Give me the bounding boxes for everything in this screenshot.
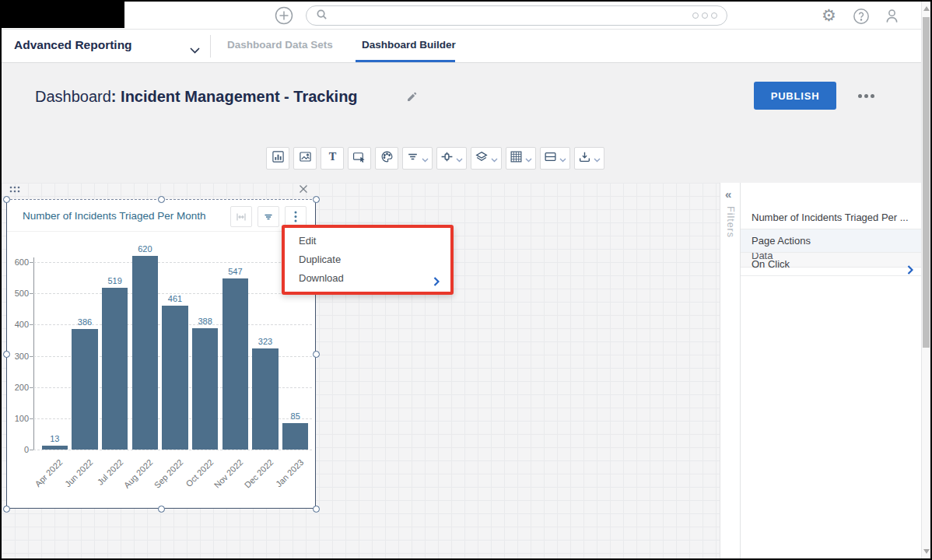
toolbar-chart-button[interactable] xyxy=(266,147,289,170)
chart-bar[interactable] xyxy=(222,278,249,450)
app-title[interactable]: Advanced Reporting xyxy=(14,38,132,52)
tab-dashboard-builder[interactable]: Dashboard Builder xyxy=(362,39,456,51)
y-tick-label: 400 xyxy=(9,320,29,329)
active-tab-underline xyxy=(356,60,455,62)
menu-item-edit[interactable]: Edit xyxy=(285,232,450,250)
chart-widget[interactable]: Number of Incidents Triaged Per Month 01… xyxy=(6,199,316,509)
search-icon xyxy=(316,9,328,23)
bar-value-label: 323 xyxy=(250,337,281,346)
widget-close-icon[interactable] xyxy=(299,183,310,194)
text-icon: T xyxy=(326,150,339,166)
layout-icon xyxy=(544,150,557,166)
widget-filter-button[interactable] xyxy=(258,206,279,227)
chart-bar[interactable] xyxy=(252,348,279,450)
toolbar-text-button[interactable]: T xyxy=(321,147,344,170)
y-tick-label: 200 xyxy=(9,383,29,392)
filters-vertical-tab[interactable]: Filters xyxy=(725,206,736,238)
chevron-down-icon xyxy=(594,152,601,166)
y-tick-label: 300 xyxy=(9,352,29,361)
bar-value-label: 620 xyxy=(129,244,160,254)
menu-item-download[interactable]: Download xyxy=(285,269,450,288)
resize-handle-bottom-left[interactable] xyxy=(3,506,10,513)
bar-value-label: 547 xyxy=(219,267,251,276)
toolbar-shape-button[interactable] xyxy=(348,147,371,170)
y-tick xyxy=(30,418,33,419)
gridline xyxy=(33,262,312,263)
header-more-ellipsis-icon[interactable] xyxy=(858,94,874,98)
logo-placeholder xyxy=(2,2,124,28)
filters-strip: « Filters xyxy=(720,183,740,558)
app-title-chevron-down-icon[interactable] xyxy=(190,43,200,57)
chart-icon xyxy=(272,150,285,166)
panel-row-page-actions[interactable]: Page Actions xyxy=(741,229,923,253)
toolbar-grid-button[interactable] xyxy=(506,147,536,170)
widget-fit-width-button[interactable] xyxy=(230,206,252,227)
y-tick xyxy=(30,356,33,357)
y-tick xyxy=(30,293,33,294)
search-input[interactable] xyxy=(334,10,692,22)
resize-handle-top-left[interactable] xyxy=(3,196,10,203)
chevron-down-icon xyxy=(456,152,463,166)
scrollbar-thumb[interactable] xyxy=(923,17,930,348)
chart-widget-title: Number of Incidents Triaged Per Month xyxy=(23,210,206,222)
resize-handle-top-mid[interactable] xyxy=(158,196,165,203)
filter-icon xyxy=(406,150,419,166)
export-icon xyxy=(578,150,591,166)
svg-text:T: T xyxy=(328,150,336,163)
grid-icon xyxy=(510,150,523,166)
data-panel: Data»Number of Incidents Triaged Per ...… xyxy=(740,183,923,558)
chart-bar[interactable] xyxy=(162,306,188,450)
bar-chart: 010020030040050060013Apr 2022386Jun 2022… xyxy=(33,250,312,450)
settings-gear-icon[interactable]: ⚙ xyxy=(822,6,836,25)
row-chevron-right-icon xyxy=(907,260,913,276)
add-icon[interactable] xyxy=(275,6,293,25)
toolbar-palette-button[interactable] xyxy=(375,147,398,170)
page-title: Dashboard: Incident Management - Trackin… xyxy=(35,88,358,106)
edit-title-pencil-icon[interactable] xyxy=(406,91,418,106)
toolbar-export-button[interactable] xyxy=(574,147,604,170)
resize-handle-right-mid[interactable] xyxy=(313,351,320,358)
y-tick-label: 0 xyxy=(9,445,29,454)
shape-icon xyxy=(352,150,366,166)
scrollbar-down-arrow[interactable] xyxy=(923,549,930,554)
toolbar-filter-button[interactable] xyxy=(402,147,433,170)
resize-handle-bottom-mid[interactable] xyxy=(158,506,165,513)
resize-handle-top-right[interactable] xyxy=(313,196,320,203)
chart-bar[interactable] xyxy=(102,288,128,450)
chart-bar[interactable] xyxy=(192,328,219,450)
bar-value-label: 13 xyxy=(39,434,70,443)
toolbar-slider-button[interactable] xyxy=(436,147,467,170)
search-bar[interactable] xyxy=(306,5,727,26)
scrollbar-up-arrow[interactable] xyxy=(923,6,930,11)
menu-item-duplicate[interactable]: Duplicate xyxy=(285,250,450,269)
toolbar-image-button[interactable] xyxy=(293,147,317,170)
chart-bar[interactable] xyxy=(282,423,309,450)
widget-kebab-menu-button[interactable] xyxy=(285,206,307,227)
widget-context-menu: EditDuplicateDownload xyxy=(282,225,454,295)
panel-row-on-click[interactable]: On Click xyxy=(741,253,923,276)
nav-divider xyxy=(210,35,211,58)
tab-dashboard-data-sets[interactable]: Dashboard Data Sets xyxy=(227,39,333,51)
widget-title-separator xyxy=(7,231,315,232)
chevron-down-icon xyxy=(559,152,566,166)
widget-drag-handle-icon[interactable] xyxy=(9,182,20,196)
chevron-down-icon xyxy=(491,152,498,166)
chart-bar[interactable] xyxy=(42,446,68,450)
panel-row-number-of-incidents-triaged-per[interactable]: Number of Incidents Triaged Per ... xyxy=(741,206,923,229)
app-window: ⚙ Advanced Reporting Dashboard Data Sets… xyxy=(0,0,932,560)
chart-bar[interactable] xyxy=(132,256,159,450)
bar-value-label: 461 xyxy=(159,294,191,303)
search-more-dots-icon xyxy=(692,12,717,19)
image-icon xyxy=(299,150,312,166)
resize-handle-bottom-right[interactable] xyxy=(313,506,320,513)
user-profile-icon[interactable] xyxy=(883,7,901,28)
collapse-panel-icon[interactable]: « xyxy=(725,187,731,201)
vertical-scrollbar[interactable] xyxy=(921,2,930,558)
resize-handle-left-mid[interactable] xyxy=(3,351,10,358)
publish-button[interactable]: PUBLISH xyxy=(754,82,836,110)
chart-bar[interactable] xyxy=(72,329,98,450)
help-icon[interactable] xyxy=(853,8,870,28)
y-tick-label: 600 xyxy=(9,257,29,267)
toolbar-layers-button[interactable] xyxy=(471,147,502,170)
toolbar-layout-button[interactable] xyxy=(540,147,570,170)
